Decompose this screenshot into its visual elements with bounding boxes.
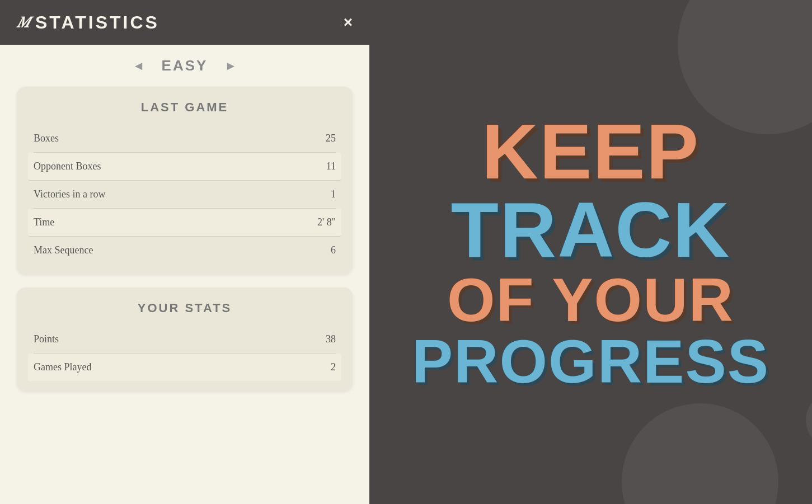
next-difficulty-button[interactable]: ► <box>224 60 237 72</box>
stat-value-victories: 1 <box>331 189 336 200</box>
hero-text: KEEP TRACK OF YOUR PROGRESS <box>401 101 781 403</box>
hero-line-progress: PROGRESS <box>412 331 769 392</box>
deco-circle-4 <box>806 392 812 448</box>
header: 𝑀 STATISTICS × <box>0 0 369 45</box>
deco-circle-2 <box>667 431 767 504</box>
difficulty-selector: ◄ EASY ► <box>0 45 369 87</box>
stat-value-points: 38 <box>326 333 336 345</box>
deco-circle-3 <box>750 28 812 106</box>
stat-row-opponent-boxes: Opponent Boxes 11 <box>28 153 341 181</box>
right-panel: KEEP TRACK OF YOUR PROGRESS <box>369 0 812 504</box>
last-game-card: LAST GAME Boxes 25 Opponent Boxes 11 Vic… <box>17 87 353 274</box>
stat-value-time: 2' 8" <box>317 216 336 228</box>
stat-row-time: Time 2' 8" <box>28 209 341 237</box>
stat-label-time: Time <box>34 216 54 228</box>
close-button[interactable]: × <box>344 15 353 30</box>
stat-row-games-played: Games Played 2 <box>28 354 341 381</box>
stat-value-max-sequence: 6 <box>331 244 336 256</box>
stat-value-boxes: 25 <box>326 133 336 144</box>
stat-label-points: Points <box>34 333 59 345</box>
stat-value-games-played: 2 <box>331 361 336 373</box>
stat-label-opponent-boxes: Opponent Boxes <box>34 161 101 172</box>
last-game-title: LAST GAME <box>34 100 336 115</box>
stat-label-boxes: Boxes <box>34 133 59 144</box>
hero-line-keep: KEEP <box>412 112 769 191</box>
header-title-group: 𝑀 STATISTICS <box>17 12 159 33</box>
prev-difficulty-button[interactable]: ◄ <box>133 60 145 72</box>
stat-value-opponent-boxes: 11 <box>326 161 336 172</box>
app-icon: 𝑀 <box>17 13 30 32</box>
your-stats-card: YOUR STATS Points 38 Games Played 2 <box>17 288 353 391</box>
left-panel: 𝑀 STATISTICS × ◄ EASY ► LAST GAME Boxes … <box>0 0 369 504</box>
your-stats-title: YOUR STATS <box>34 301 336 315</box>
hero-line-track: TRACK <box>412 191 769 269</box>
stat-row-points: Points 38 <box>34 326 336 354</box>
header-title: STATISTICS <box>35 12 159 33</box>
stat-label-games-played: Games Played <box>34 361 91 373</box>
hero-line-ofyour: OF YOUR <box>412 269 769 331</box>
stat-row-max-sequence: Max Sequence 6 <box>34 237 336 264</box>
difficulty-label: EASY <box>162 57 208 74</box>
stat-row-victories: Victories in a row 1 <box>34 181 336 209</box>
stat-label-max-sequence: Max Sequence <box>34 244 93 256</box>
stat-label-victories: Victories in a row <box>34 189 105 200</box>
stat-row-boxes: Boxes 25 <box>34 125 336 153</box>
